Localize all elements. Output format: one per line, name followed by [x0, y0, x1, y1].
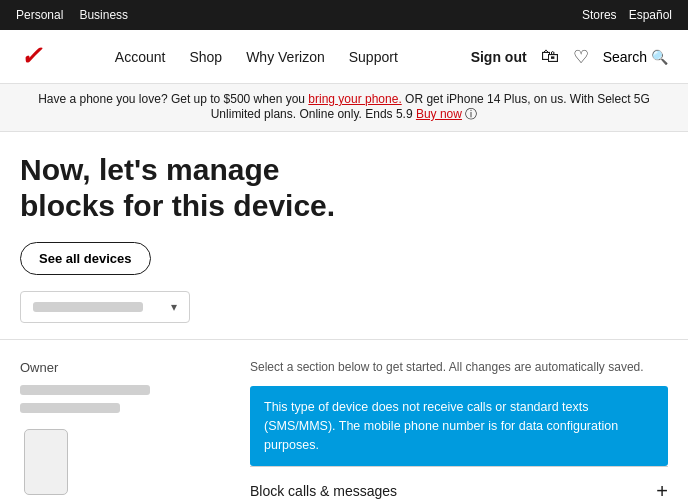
- stores-link[interactable]: Stores: [582, 8, 617, 22]
- auto-save-note: Select a section below to get started. A…: [250, 360, 668, 374]
- promo-banner: Have a phone you love? Get up to $500 wh…: [0, 84, 688, 132]
- verizon-logo: ✓: [20, 41, 42, 72]
- device-image: [24, 429, 68, 495]
- main-nav: ✓ Account Shop Why Verizon Support Sign …: [0, 30, 688, 84]
- device-dropdown[interactable]: ▾: [20, 291, 190, 323]
- search-icon: 🔍: [651, 49, 668, 65]
- top-bar-right: Stores Español: [582, 8, 672, 22]
- block-calls-accordion[interactable]: Block calls & messages +: [250, 466, 668, 500]
- top-bar: Personal Business Stores Español: [0, 0, 688, 30]
- nav-links: Account Shop Why Verizon Support: [115, 49, 398, 65]
- bring-phone-link[interactable]: bring your phone.: [308, 92, 401, 106]
- see-all-devices-button[interactable]: See all devices: [20, 242, 151, 275]
- shop-link[interactable]: Shop: [189, 49, 222, 65]
- owner-detail-blur: [20, 403, 120, 413]
- support-link[interactable]: Support: [349, 49, 398, 65]
- personal-tab[interactable]: Personal: [16, 8, 63, 22]
- sign-out-button[interactable]: Sign out: [471, 49, 527, 65]
- promo-text1: Have a phone you love? Get up to $500 wh…: [38, 92, 308, 106]
- nav-right: Sign out 🛍 ♡ Search 🔍: [471, 46, 668, 68]
- buy-now-link[interactable]: Buy now: [416, 107, 462, 121]
- right-column: Select a section below to get started. A…: [250, 360, 668, 500]
- account-link[interactable]: Account: [115, 49, 166, 65]
- owner-column: Owner: [20, 360, 230, 500]
- device-name-blur: [33, 302, 143, 312]
- business-tab[interactable]: Business: [79, 8, 128, 22]
- chevron-down-icon: ▾: [171, 300, 177, 314]
- info-icon: ⓘ: [465, 107, 477, 121]
- block-calls-label: Block calls & messages: [250, 483, 397, 499]
- expand-calls-icon: +: [656, 481, 668, 500]
- page-title: Now, let's manageblocks for this device.: [20, 152, 668, 224]
- content-section: Owner Select a section below to get star…: [20, 340, 668, 500]
- top-bar-left: Personal Business: [16, 8, 128, 22]
- owner-label: Owner: [20, 360, 230, 375]
- why-verizon-link[interactable]: Why Verizon: [246, 49, 325, 65]
- search-label: Search: [603, 49, 647, 65]
- heart-icon[interactable]: ♡: [573, 46, 589, 68]
- espanol-link[interactable]: Español: [629, 8, 672, 22]
- search-button[interactable]: Search 🔍: [603, 49, 668, 65]
- bag-icon[interactable]: 🛍: [541, 46, 559, 67]
- main-content: Now, let's manageblocks for this device.…: [0, 132, 688, 500]
- info-message-box: This type of device does not receive cal…: [250, 386, 668, 466]
- owner-name-blur: [20, 385, 150, 395]
